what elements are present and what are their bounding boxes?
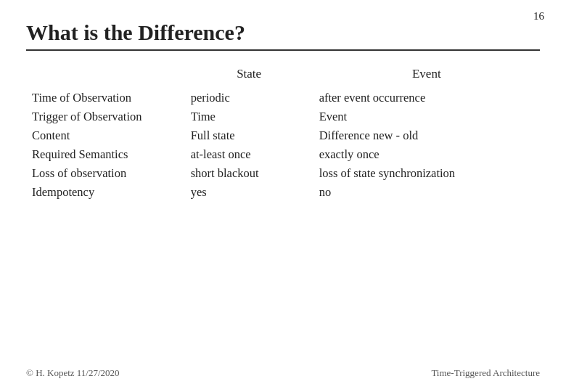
row-state: yes [185, 183, 313, 202]
row-event: Event [313, 107, 540, 126]
table-row: Loss of observationshort blackoutloss of… [26, 164, 540, 183]
row-label: Trigger of Observation [26, 107, 185, 126]
row-label: Content [26, 126, 185, 145]
row-event: Difference new - old [313, 126, 540, 145]
table-row: Idempotencyyesno [26, 183, 540, 202]
row-state: Full state [185, 126, 313, 145]
table-row: Trigger of ObservationTimeEvent [26, 107, 540, 126]
slide: 16 What is the Difference? State Event T… [0, 0, 566, 392]
row-state: at-least once [185, 145, 313, 164]
row-label: Idempotency [26, 183, 185, 202]
table-row: Time of Observationperiodicafter event o… [26, 89, 540, 107]
header-state: State [185, 65, 313, 89]
slide-number: 16 [533, 10, 544, 23]
title-divider [26, 49, 540, 51]
row-label: Time of Observation [26, 89, 185, 107]
slide-title: What is the Difference? [26, 20, 540, 45]
footer: © H. Kopetz 11/27/2020 Time-Triggered Ar… [26, 367, 540, 379]
row-state: short blackout [185, 164, 313, 183]
row-event: no [313, 183, 540, 202]
row-event: after event occurrence [313, 89, 540, 107]
footer-right: Time-Triggered Architecture [431, 367, 540, 379]
header-label [26, 65, 185, 89]
row-label: Required Semantics [26, 145, 185, 164]
header-event: Event [313, 65, 540, 89]
row-state: periodic [185, 89, 313, 107]
row-event: exactly once [313, 145, 540, 164]
table-row: ContentFull stateDifference new - old [26, 126, 540, 145]
row-state: Time [185, 107, 313, 126]
row-label: Loss of observation [26, 164, 185, 183]
footer-left: © H. Kopetz 11/27/2020 [26, 367, 120, 379]
row-event: loss of state synchronization [313, 164, 540, 183]
table-row: Required Semanticsat-least onceexactly o… [26, 145, 540, 164]
comparison-table: State Event Time of Observationperiodica… [26, 65, 540, 202]
